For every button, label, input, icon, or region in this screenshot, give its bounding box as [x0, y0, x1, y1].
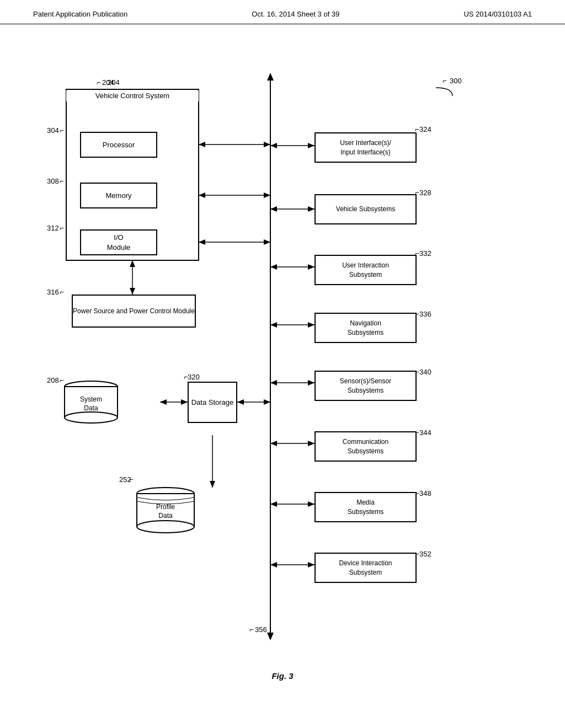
label-340: 340 — [419, 368, 431, 376]
profile-data-cylinder: ProfileData — [135, 486, 196, 536]
page-header: Patent Application Publication Oct. 16, … — [0, 0, 565, 24]
bracket-300: ⌐ — [443, 77, 447, 85]
label-320: 320 — [188, 373, 200, 381]
vehicle-control-label: Vehicle Control System — [66, 90, 199, 101]
bracket-320: ⌐ — [184, 373, 188, 381]
navigation-box: NavigationSubsystems — [315, 313, 417, 343]
svg-marker-47 — [270, 562, 277, 568]
label-324: 324 — [419, 125, 431, 133]
label-312: 312 — [47, 224, 59, 232]
diagram-svg — [0, 24, 565, 697]
label-316: 316 — [47, 288, 59, 296]
svg-marker-38 — [270, 380, 277, 386]
label-304: 304 — [47, 126, 59, 135]
user-interaction-box: User InteractionSubsystem — [315, 255, 417, 285]
diagram-area: 300 ⌐ 204 204 ⌐ Vehicle Control System 3… — [0, 24, 565, 697]
svg-point-50 — [65, 412, 118, 423]
user-interface-box: User Interface(s)/Input Interface(s) — [315, 132, 417, 163]
header-right: US 2014/0310103 A1 — [463, 10, 532, 18]
svg-marker-11 — [264, 239, 270, 245]
svg-marker-35 — [270, 322, 277, 328]
label-208: 208 — [47, 376, 59, 384]
svg-marker-5 — [264, 142, 270, 147]
bracket-356: ⌐ — [249, 625, 254, 634]
svg-marker-44 — [270, 501, 277, 507]
svg-marker-43 — [308, 501, 315, 507]
svg-marker-18 — [237, 399, 244, 405]
label-300: 300 — [450, 77, 462, 85]
system-data-cylinder: SystemData — [63, 380, 119, 424]
label-348: 348 — [419, 489, 431, 497]
svg-marker-15 — [130, 288, 135, 295]
svg-marker-40 — [308, 441, 315, 446]
svg-marker-23 — [210, 481, 215, 488]
label-204-val: 204 — [108, 78, 120, 87]
svg-marker-41 — [270, 441, 277, 446]
svg-marker-28 — [308, 206, 315, 212]
fig-caption: Fig. 3 — [271, 671, 293, 681]
bracket-312: ⌐ — [60, 224, 64, 232]
svg-marker-25 — [308, 143, 315, 148]
label-308: 308 — [47, 177, 59, 185]
svg-marker-31 — [308, 264, 315, 270]
processor-box: Processor — [80, 132, 157, 158]
svg-marker-3 — [267, 633, 274, 640]
device-interaction-box: Device InteractionSubsystem — [315, 553, 417, 583]
label-352: 352 — [419, 550, 431, 558]
svg-marker-34 — [308, 322, 315, 328]
header-middle: Oct. 16, 2014 Sheet 3 of 39 — [252, 10, 339, 18]
svg-marker-21 — [181, 399, 188, 405]
io-module-box: I/OModule — [80, 229, 157, 255]
svg-marker-8 — [264, 192, 270, 198]
label-356: 356 — [255, 625, 267, 634]
svg-marker-29 — [270, 206, 277, 212]
svg-marker-17 — [264, 399, 270, 405]
svg-point-53 — [137, 521, 194, 533]
svg-marker-26 — [270, 143, 277, 148]
bracket-252: ⌐ — [129, 475, 134, 484]
vehicle-subsystems-box: Vehicle Subsystems — [315, 194, 417, 224]
label-332: 332 — [419, 249, 431, 258]
label-336: 336 — [419, 310, 431, 318]
memory-box: Memory — [80, 183, 157, 208]
svg-marker-6 — [199, 142, 205, 147]
svg-marker-37 — [308, 380, 315, 386]
label-344: 344 — [419, 429, 431, 437]
label-328: 328 — [419, 189, 431, 197]
header-left: Patent Application Publication — [33, 10, 127, 18]
media-box: MediaSubsystems — [315, 492, 417, 522]
svg-marker-32 — [270, 264, 277, 270]
power-source-box: Power Source and Power Control Module — [72, 295, 196, 328]
communication-box: CommunicationSubsystems — [315, 431, 417, 462]
svg-marker-46 — [308, 562, 315, 568]
bracket-308: ⌐ — [60, 177, 64, 185]
bracket-204: ⌐ — [97, 78, 101, 87]
svg-marker-14 — [130, 260, 135, 267]
svg-marker-20 — [160, 399, 167, 405]
bracket-316: ⌐ — [60, 288, 64, 296]
bracket-304: ⌐ — [60, 126, 64, 135]
sensors-box: Sensor(s)/SensorSubsystems — [315, 371, 417, 401]
data-storage-box: Data Storage — [188, 382, 237, 423]
svg-marker-12 — [199, 239, 205, 245]
svg-marker-9 — [199, 192, 205, 198]
svg-marker-2 — [267, 73, 274, 81]
